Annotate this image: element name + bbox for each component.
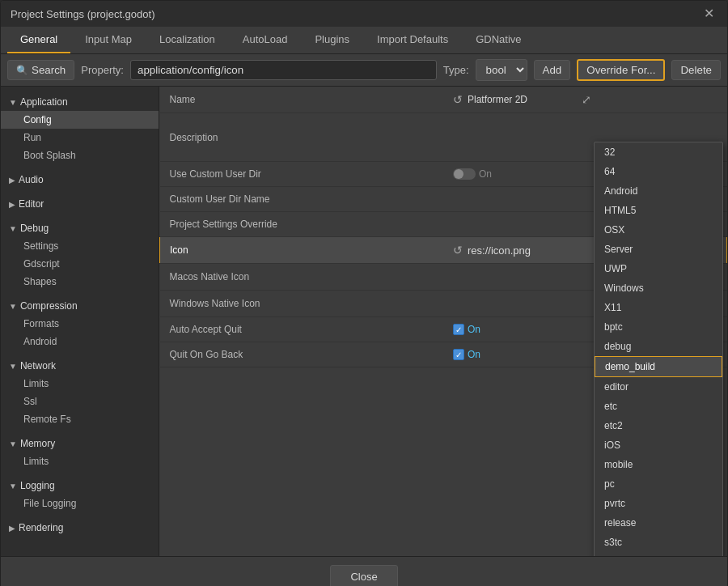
reload-name-button[interactable]: ↺ (453, 93, 463, 106)
sidebar-group-logging-label: Logging (20, 480, 55, 491)
reload-icon-button[interactable]: ↺ (453, 244, 463, 257)
dropdown-item-uwp[interactable]: UWP (595, 259, 722, 278)
table-row: Name ↺ Platformer 2D (160, 87, 727, 113)
sidebar-group-audio-label: Audio (19, 174, 44, 185)
sidebar-section-compression: ▼ Compression Formats Android (1, 294, 159, 354)
sidebar-group-debug-label: Debug (20, 223, 49, 234)
window-close-button[interactable]: ✕ (700, 7, 717, 20)
row-label-name: Name (160, 87, 444, 113)
row-label-macos-icon: Macos Native Icon (160, 264, 444, 291)
sidebar-group-debug[interactable]: ▼ Debug (1, 219, 159, 237)
sidebar-item-settings[interactable]: Settings (1, 237, 159, 255)
dropdown-item-s3tc[interactable]: s3tc (595, 533, 722, 552)
dropdown-item-demo-build[interactable]: demo_build (595, 356, 722, 377)
tab-input-map[interactable]: Input Map (72, 27, 145, 53)
dropdown-item-debug[interactable]: debug (595, 337, 722, 356)
tab-autoload[interactable]: AutoLoad (230, 27, 301, 53)
sidebar-item-gdscript[interactable]: Gdscript (1, 255, 159, 273)
sidebar-item-formats[interactable]: Formats (1, 315, 159, 333)
property-input[interactable] (130, 60, 437, 80)
sidebar-item-android[interactable]: Android (1, 333, 159, 350)
dropdown-item-etc[interactable]: etc (595, 397, 722, 416)
arrow-rendering: ▶ (9, 524, 15, 533)
arrow-application: ▼ (9, 98, 17, 107)
sidebar-group-compression-label: Compression (20, 300, 78, 312)
delete-button[interactable]: Delete (671, 60, 721, 80)
dropdown-item-release[interactable]: release (595, 513, 722, 533)
name-value: Platformer 2D (468, 94, 527, 105)
type-label: Type: (443, 64, 469, 76)
arrow-network: ▼ (9, 362, 17, 371)
expand-icon[interactable]: ⤢ (582, 93, 591, 106)
dropdown-item-editor[interactable]: editor (595, 377, 722, 397)
tab-import-defaults[interactable]: Import Defaults (364, 27, 461, 53)
dropdown-item-pc[interactable]: pc (595, 474, 722, 494)
row-label-description: Description (160, 113, 444, 162)
dropdown-item-mobile[interactable]: mobile (595, 455, 722, 474)
search-button[interactable]: 🔍 Search (7, 60, 74, 80)
sidebar-item-limits[interactable]: Limits (1, 375, 159, 393)
row-label-project-settings-override: Project Settings Override (160, 212, 444, 237)
tab-bar: General Input Map Localization AutoLoad … (1, 27, 727, 54)
sidebar-section-application: ▼ Application Config Run Boot Splash (1, 90, 159, 168)
toolbar: 🔍 Search Property: Type: bool Add Overri… (1, 54, 727, 87)
project-settings-window: Project Settings (project.godot) ✕ Gener… (0, 0, 728, 586)
dropdown-item-android[interactable]: Android (595, 181, 722, 201)
sidebar-section-debug: ▼ Debug Settings Gdscript Shapes (1, 216, 159, 294)
dropdown-item-pvrtc[interactable]: pvrtc (595, 494, 722, 513)
dropdown-item-x11[interactable]: X11 (595, 298, 722, 317)
sidebar: ▼ Application Config Run Boot Splash ▶ A… (1, 87, 159, 556)
type-select[interactable]: bool (476, 59, 527, 81)
sidebar-item-file-logging[interactable]: File Logging (1, 495, 159, 512)
sidebar-group-application[interactable]: ▼ Application (1, 93, 159, 111)
sidebar-group-memory-label: Memory (20, 438, 55, 449)
property-label: Property: (81, 64, 124, 76)
dropdown-item-html5[interactable]: HTML5 (595, 201, 722, 220)
tab-gdnative[interactable]: GDNative (463, 27, 534, 53)
sidebar-item-memory-limits[interactable]: Limits (1, 452, 159, 470)
tab-plugins[interactable]: Plugins (302, 27, 362, 53)
sidebar-item-shapes[interactable]: Shapes (1, 273, 159, 291)
add-button[interactable]: Add (534, 60, 571, 80)
dropdown-item-windows[interactable]: Windows (595, 278, 722, 298)
tab-localization[interactable]: Localization (146, 27, 228, 53)
sidebar-group-rendering[interactable]: ▶ Rendering (1, 519, 159, 537)
sidebar-item-config[interactable]: Config (1, 111, 159, 129)
icon-label: Icon (170, 244, 188, 256)
dropdown-item-etc2[interactable]: etc2 (595, 416, 722, 435)
sidebar-item-ssl[interactable]: Ssl (1, 393, 159, 410)
override-for-button[interactable]: Override For... (577, 59, 665, 81)
sidebar-item-remote-fs[interactable]: Remote Fs (1, 410, 159, 428)
arrow-audio: ▶ (9, 176, 15, 185)
sidebar-section-rendering: ▶ Rendering (1, 516, 159, 540)
sidebar-section-logging: ▼ Logging File Logging (1, 473, 159, 516)
toggle-checkbox-auto-accept-quit[interactable]: ✓ (453, 324, 464, 335)
sidebar-item-boot-splash[interactable]: Boot Splash (1, 146, 159, 164)
sidebar-group-editor[interactable]: ▶ Editor (1, 195, 159, 213)
row-label-quit-on-go-back: Quit On Go Back (160, 342, 444, 367)
toggle-checkbox-quit-on-go-back[interactable]: ✓ (453, 349, 464, 360)
dropdown-item-ios[interactable]: iOS (595, 435, 722, 455)
dropdown-item-bptc[interactable]: bptc (595, 317, 722, 337)
arrow-memory: ▼ (9, 440, 17, 448)
sidebar-group-application-label: Application (20, 96, 68, 108)
sidebar-group-memory[interactable]: ▼ Memory (1, 435, 159, 452)
dropdown-item-32[interactable]: 32 (595, 142, 722, 162)
toggle-on-label-quit-on-go-back: On (468, 349, 480, 360)
sidebar-group-audio[interactable]: ▶ Audio (1, 171, 159, 189)
sidebar-group-logging[interactable]: ▼ Logging (1, 477, 159, 495)
settings-panel: Name ↺ Platformer 2D Description (159, 87, 727, 556)
dropdown-item-64[interactable]: 64 (595, 162, 722, 181)
dropdown-item-osx[interactable]: OSX (595, 220, 722, 240)
sidebar-group-compression[interactable]: ▼ Compression (1, 297, 159, 315)
close-bottom-button[interactable]: Close (330, 565, 397, 586)
tab-general[interactable]: General (7, 27, 70, 53)
row-label-icon: Icon (160, 237, 444, 264)
content-area: ▼ Application Config Run Boot Splash ▶ A… (1, 87, 727, 556)
row-label-windows-icon: Windows Native Icon (160, 291, 444, 317)
sidebar-group-network[interactable]: ▼ Network (1, 357, 159, 375)
dropdown-item-server[interactable]: Server (595, 240, 722, 259)
row-value-name: ↺ Platformer 2D (443, 87, 693, 113)
sidebar-item-run[interactable]: Run (1, 129, 159, 146)
dropdown-item-standalone[interactable]: standalone (595, 552, 722, 556)
